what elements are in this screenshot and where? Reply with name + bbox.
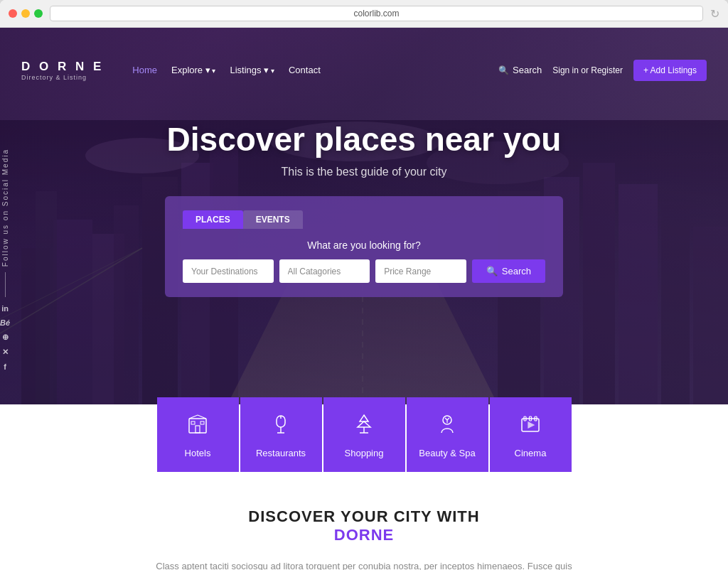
nav-contact[interactable]: Contact [289, 65, 321, 75]
site-logo[interactable]: D O R N E Directory & Listing [21, 60, 104, 81]
social-divider [5, 272, 6, 297]
shopping-icon [331, 413, 398, 441]
social-icons: in Bé ⊕ ✕ f [0, 304, 10, 371]
search-prompt: What are you looking for? [183, 240, 545, 251]
cinema-icon [497, 413, 564, 441]
svg-line-37 [445, 418, 447, 420]
discover-brand: DORNE [21, 526, 707, 544]
beauty-spa-label: Beauty & Spa [419, 448, 476, 458]
cinema-label: Cinema [515, 448, 547, 458]
close-button[interactable] [9, 9, 17, 18]
restaurants-icon [247, 413, 315, 441]
shopping-label: Shopping [345, 448, 384, 458]
navbar: D O R N E Directory & Listing Home Explo… [0, 50, 728, 90]
globe-icon[interactable]: ⊕ [2, 333, 9, 342]
beauty-spa-icon [414, 413, 481, 441]
svg-marker-33 [358, 421, 370, 427]
nav-right: 🔍 Search Sign in or Register + Add Listi… [498, 60, 707, 81]
search-tabs: PLACES EVENTS [183, 210, 545, 229]
nav-explore[interactable]: Explore ▾ [171, 65, 215, 75]
tab-places[interactable]: PLACES [183, 210, 243, 229]
logo-title: D O R N E [21, 60, 104, 74]
maximize-button[interactable] [34, 9, 43, 18]
search-btn-label: Search [502, 266, 531, 276]
add-listings-button[interactable]: + Add Listings [633, 60, 707, 81]
restaurants-label: Restaurants [256, 448, 306, 458]
hero-title: Discover places near you [0, 120, 728, 158]
traffic-lights [9, 9, 43, 18]
search-box: PLACES EVENTS What are you looking for? … [165, 196, 563, 297]
search-label: Search [513, 65, 542, 75]
nav-links: Home Explore ▾ Listings ▾ Contact [132, 65, 320, 75]
destination-select[interactable]: Your Destinations [183, 259, 274, 283]
price-select[interactable]: Price Range [375, 259, 466, 283]
svg-marker-32 [360, 415, 368, 421]
search-btn-icon: 🔍 [486, 266, 498, 276]
site-content: D O R N E Directory & Listing Home Explo… [0, 28, 728, 570]
logo-subtitle: Directory & Listing [21, 74, 104, 81]
minimize-button[interactable] [21, 9, 30, 18]
facebook-icon[interactable]: f [4, 362, 6, 371]
hero-subtitle: This is the best guide of your city [0, 166, 728, 178]
discover-body: Class aptent taciti sociosqu ad litora t… [144, 559, 584, 570]
behance-icon[interactable]: Bé [0, 318, 10, 327]
search-trigger[interactable]: 🔍 Search [498, 65, 542, 75]
twitter-icon[interactable]: ✕ [2, 348, 9, 357]
category-cinema[interactable]: Cinema [490, 397, 572, 472]
linkedin-icon[interactable]: in [1, 304, 9, 313]
category-restaurants[interactable]: Restaurants [240, 397, 322, 472]
svg-marker-44 [528, 422, 534, 428]
category-beauty-spa[interactable]: Beauty & Spa [407, 397, 488, 472]
hotels-label: Hotels [185, 448, 211, 458]
discover-title-line1: DISCOVER YOUR CITY WITH [21, 507, 707, 526]
refresh-icon[interactable]: ↻ [710, 7, 719, 21]
svg-rect-23 [196, 426, 200, 433]
hotels-icon [164, 413, 232, 441]
search-icon: 🔍 [498, 65, 509, 75]
category-shopping[interactable]: Shopping [323, 397, 405, 472]
category-select[interactable]: All Catagories [279, 259, 370, 283]
nav-home[interactable]: Home [132, 65, 157, 75]
category-cards: Hotels Restaurants [0, 397, 728, 472]
search-row: Your Destinations All Catagories Price R… [183, 259, 545, 283]
browser-window: colorlib.com ↻ [0, 0, 728, 570]
address-bar[interactable]: colorlib.com [50, 6, 703, 21]
nav-listings[interactable]: Listings ▾ [230, 65, 274, 75]
social-sidebar: Follow us on Social Media in Bé ⊕ ✕ f [0, 149, 10, 371]
discover-section: DISCOVER YOUR CITY WITH DORNE Class apte… [0, 472, 728, 570]
tab-events[interactable]: EVENTS [243, 210, 303, 229]
social-label: Follow us on Social Media [1, 149, 9, 267]
svg-rect-25 [200, 421, 204, 424]
svg-rect-24 [191, 421, 195, 424]
auth-link[interactable]: Sign in or Register [552, 65, 623, 75]
svg-line-38 [447, 418, 449, 420]
hero-section: D O R N E Directory & Listing Home Explo… [0, 28, 728, 404]
browser-chrome: colorlib.com ↻ [0, 0, 728, 28]
search-button[interactable]: 🔍 Search [472, 259, 545, 283]
category-hotels[interactable]: Hotels [157, 397, 239, 472]
